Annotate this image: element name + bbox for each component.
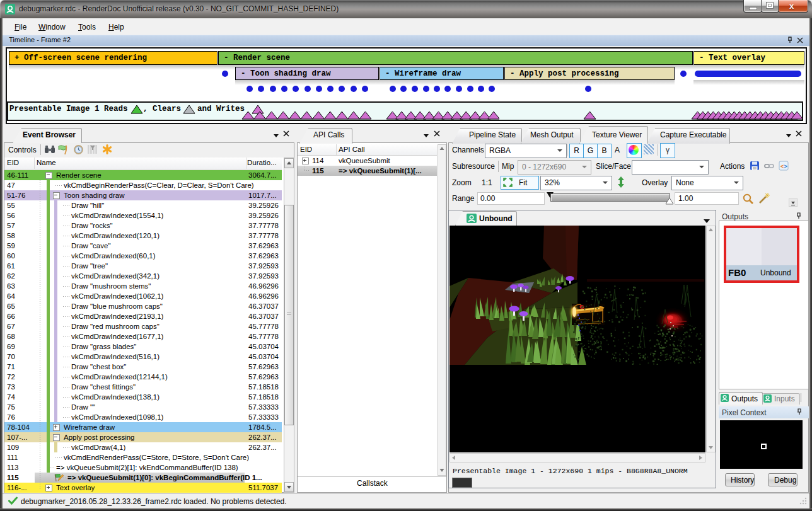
- svg-text:<: <: [780, 163, 784, 169]
- svg-text:>: >: [784, 163, 787, 169]
